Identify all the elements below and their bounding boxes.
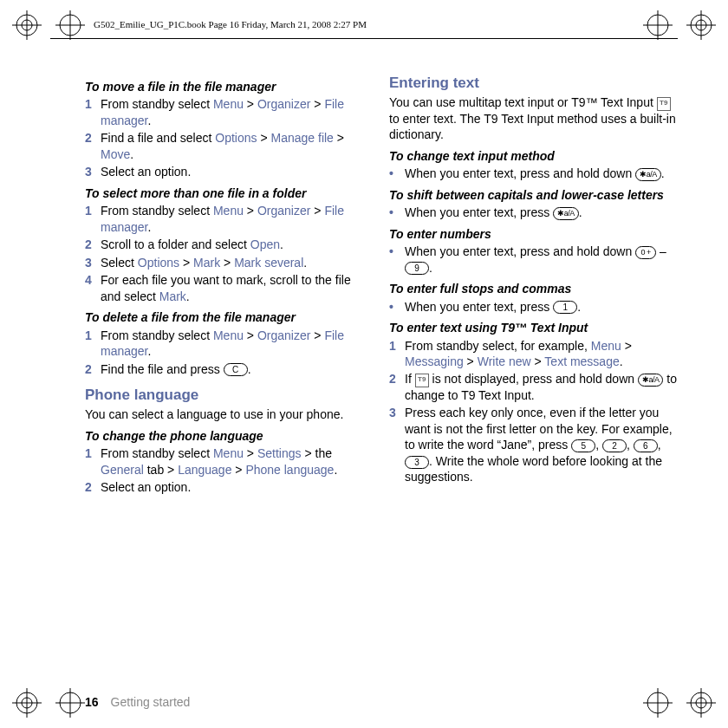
key-9-icon: 9: [405, 262, 429, 275]
menu-term: Menu: [213, 446, 244, 460]
text: .: [147, 220, 151, 234]
menu-term: Organizer: [257, 204, 310, 218]
text: From standby select: [101, 328, 213, 342]
text: .: [303, 256, 307, 270]
key-star-aA-icon: ✱a/A: [553, 207, 579, 220]
key-2-icon: 2: [602, 439, 627, 452]
separator: >: [231, 463, 245, 477]
registration-mark-icon: [55, 10, 85, 40]
separator: >: [220, 256, 234, 270]
text: .: [577, 300, 581, 314]
registration-mark-icon: [686, 688, 716, 718]
step-number: 2: [85, 237, 95, 252]
text: From standby select: [101, 446, 213, 460]
menu-term: Write new: [478, 354, 531, 368]
text: .: [248, 362, 251, 376]
menu-term: Mark: [159, 289, 186, 303]
text: is not displayed, press and hold down: [429, 372, 638, 386]
step: 1 From standby select Menu > Organizer >…: [85, 203, 374, 235]
text: .: [429, 261, 432, 275]
text: .: [280, 237, 283, 251]
separator: >: [179, 256, 193, 270]
step-body: From standby select Menu > Organizer > F…: [101, 96, 374, 128]
left-column: To move a file in the file manager 1 Fro…: [85, 74, 374, 680]
step-number: 1: [389, 338, 400, 370]
section-phone-language: Phone language: [85, 386, 374, 405]
section-entering-text: Entering text: [389, 74, 678, 93]
step: 3 Select Options > Mark > Mark several.: [85, 255, 374, 270]
menu-term: Text message: [544, 354, 619, 368]
bullet-body: When you enter text, press and hold down…: [405, 244, 678, 276]
menu-term: Manage file: [271, 131, 334, 145]
menu-term: Move: [101, 147, 130, 161]
text: From standby select: [101, 97, 213, 111]
key-3-icon: 3: [405, 456, 429, 469]
text: From standby select, for example,: [405, 339, 591, 353]
separator: >: [621, 339, 632, 353]
step: 3 Select an option.: [85, 164, 374, 179]
text: If: [405, 372, 415, 386]
text: .: [661, 166, 665, 180]
t9-icon: T9: [657, 97, 671, 111]
menu-term: Open: [250, 237, 280, 251]
step-number: 4: [85, 272, 95, 304]
step-body: From standby select Menu > Organizer > F…: [101, 203, 374, 235]
step-number: 3: [389, 405, 400, 484]
menu-term: Settings: [257, 446, 302, 460]
registration-mark-icon: [12, 688, 42, 718]
page-footer: 16Getting started: [85, 695, 190, 709]
key-star-aA-icon: ✱a/A: [638, 374, 664, 387]
text: When you enter text, press: [405, 205, 553, 219]
text: Find the file and press: [101, 362, 224, 376]
separator: >: [334, 131, 344, 145]
menu-term: Menu: [213, 204, 244, 218]
print-header: G502_Emilie_UG_P1C.book Page 16 Friday, …: [94, 19, 367, 29]
key-6-icon: 6: [634, 439, 658, 452]
subhead-delete-file: To delete a file from the file manager: [85, 309, 374, 325]
registration-mark-icon: [643, 10, 673, 40]
separator: >: [244, 328, 257, 342]
bullet: • When you enter text, press ✱a/A.: [389, 205, 678, 220]
bullet-dot: •: [389, 299, 400, 315]
key-5-icon: 5: [571, 439, 595, 452]
separator: >: [257, 131, 271, 145]
text: Select: [101, 256, 138, 270]
menu-term: Organizer: [257, 328, 310, 342]
step-number: 2: [85, 479, 95, 495]
step-number: 2: [85, 361, 95, 377]
text: .: [147, 114, 151, 127]
separator: >: [244, 446, 257, 460]
subhead-change-input: To change text input method: [389, 148, 678, 164]
step-number: 2: [85, 130, 95, 162]
step-number: 1: [85, 445, 95, 478]
text: ,: [595, 438, 602, 452]
paragraph: You can select a language to use in your…: [85, 406, 374, 422]
registration-mark-icon: [55, 688, 85, 718]
step-body: Scroll to a folder and select Open.: [101, 237, 374, 252]
step: 4 For each file you want to mark, scroll…: [85, 272, 374, 304]
bullet-dot: •: [389, 244, 400, 276]
text: . Write the whole word before looking at…: [405, 454, 662, 484]
step: 3 Press each key only once, even if the …: [389, 405, 678, 484]
separator: >: [310, 204, 324, 218]
bullet: • When you enter text, press and hold do…: [389, 244, 678, 276]
step-body: Select an option.: [101, 479, 374, 495]
step: 2 Scroll to a folder and select Open.: [85, 237, 374, 252]
text: .: [130, 147, 133, 161]
subhead-stops-commas: To enter full stops and commas: [389, 281, 678, 296]
menu-term: Options: [138, 256, 179, 270]
subhead-move-file: To move a file in the file manager: [85, 79, 374, 94]
print-header-rule: [50, 38, 678, 39]
text: Find a file and select: [101, 131, 215, 145]
text: ,: [627, 438, 634, 452]
step: 1 From standby select Menu > Organizer >…: [85, 96, 374, 128]
text: .: [620, 354, 623, 368]
text: –: [656, 244, 666, 258]
t9-icon: T9: [415, 374, 429, 387]
step-body: Find a file and select Options > Manage …: [101, 130, 374, 162]
text: .: [147, 344, 151, 358]
text: From standby select: [101, 204, 213, 218]
step-number: 2: [389, 371, 400, 403]
text: .: [186, 289, 190, 303]
separator: >: [310, 328, 324, 342]
